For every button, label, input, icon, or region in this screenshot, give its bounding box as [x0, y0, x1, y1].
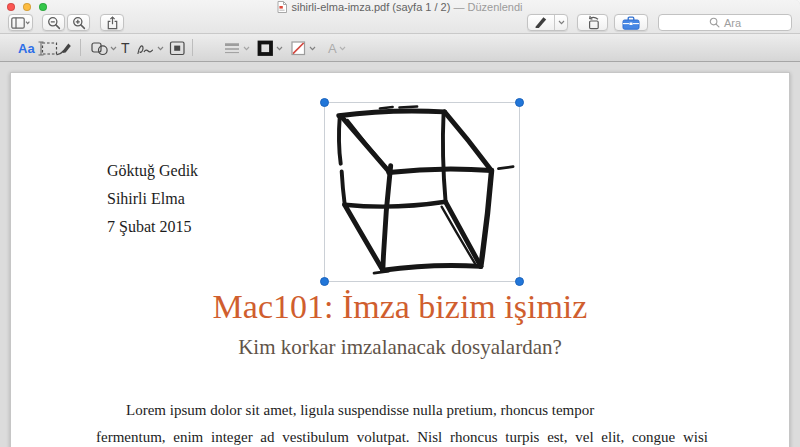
author-line: Göktuğ Gedik	[107, 157, 198, 185]
share-button[interactable]	[100, 14, 124, 31]
share-icon	[105, 16, 120, 30]
image-selection[interactable]	[324, 102, 520, 282]
text-style-button[interactable]: A	[328, 38, 346, 58]
window-chrome: sihirli-elma-imza.pdf (sayfa 1 / 2) — Dü…	[0, 0, 800, 62]
toolbar-divider	[192, 39, 193, 56]
border-color-button[interactable]	[257, 38, 283, 58]
sketch-tool[interactable]	[56, 38, 73, 58]
selection-handle-top-left[interactable]	[320, 98, 329, 107]
line-thickness-icon	[224, 41, 241, 56]
rotate-left-icon	[585, 15, 601, 30]
title-bar: sihirli-elma-imza.pdf (sayfa 1 / 2) — Dü…	[0, 0, 800, 14]
author-line: 7 Şubat 2015	[107, 213, 198, 241]
search-icon	[709, 17, 720, 28]
text-selection-label: Aa	[18, 41, 35, 56]
chevron-down-icon	[339, 46, 346, 51]
pen-chevron[interactable]	[554, 15, 567, 30]
selection-handle-top-right[interactable]	[515, 98, 524, 107]
chevron-down-icon	[110, 46, 117, 51]
text-style-label: A	[328, 41, 337, 56]
markup-toolbar-toggle-button[interactable]	[614, 14, 648, 31]
note-tool[interactable]	[169, 38, 186, 58]
toolbox-icon	[622, 16, 640, 30]
view-menu-button[interactable]	[8, 14, 33, 31]
signature-tool[interactable]	[136, 38, 164, 58]
document-viewport[interactable]: Göktuğ Gedik Sihirli Elma 7 Şubat 2015	[0, 63, 800, 447]
pdf-page: Göktuğ Gedik Sihirli Elma 7 Şubat 2015	[10, 72, 790, 447]
shapes-tool[interactable]	[91, 38, 117, 58]
markup-toolbar: Aa T	[0, 33, 800, 61]
fill-color-swatch-icon	[290, 40, 307, 56]
line-style-button[interactable]	[224, 38, 250, 58]
chevron-down-icon	[157, 46, 164, 51]
zoom-out-button[interactable]	[42, 14, 65, 31]
body-text-line: fermentum, enim integer ad vestibulum vo…	[96, 427, 708, 447]
text-tool[interactable]: T	[121, 38, 130, 58]
rotate-button[interactable]	[577, 14, 608, 31]
search-placeholder: Ara	[724, 17, 741, 29]
body-text-line: Lorem ipsum dolor sit amet, ligula suspe…	[96, 400, 708, 420]
annotate-pen-button[interactable]	[527, 14, 568, 31]
chevron-down-icon	[276, 46, 283, 51]
magnifier-plus-icon	[72, 16, 86, 30]
document-subheading: Kim korkar imzalanacak dosyalardan?	[11, 335, 789, 360]
fill-color-button[interactable]	[290, 38, 316, 58]
shapes-icon	[91, 40, 108, 56]
sidebar-icon	[9, 15, 32, 30]
magnifier-minus-icon	[47, 16, 61, 30]
toolbar-divider	[80, 39, 81, 56]
pen-icon	[528, 15, 554, 30]
note-icon	[169, 40, 186, 56]
author-block: Göktuğ Gedik Sihirli Elma 7 Şubat 2015	[107, 157, 198, 241]
document-title: sihirli-elma-imza.pdf (sayfa 1 / 2)	[291, 1, 450, 13]
preview-window: sihirli-elma-imza.pdf (sayfa 1 / 2) — Dü…	[0, 0, 800, 447]
chevron-down-icon	[243, 46, 250, 51]
main-toolbar: Ara	[0, 14, 800, 33]
search-input[interactable]: Ara	[658, 14, 792, 31]
selection-handle-bottom-left[interactable]	[320, 277, 329, 286]
document-heading: Mac101: İmza bizim işimiz	[11, 288, 789, 326]
sketch-pen-icon	[56, 41, 73, 56]
cube-sketch-image[interactable]	[327, 105, 519, 281]
chevron-down-icon	[309, 46, 316, 51]
window-title: sihirli-elma-imza.pdf (sayfa 1 / 2) — Dü…	[0, 0, 800, 14]
zoom-in-button[interactable]	[67, 14, 90, 31]
edited-status: — Düzenlendi	[453, 1, 522, 13]
text-tool-label: T	[121, 40, 130, 56]
signature-icon	[136, 41, 155, 56]
author-line: Sihirli Elma	[107, 185, 198, 213]
selection-handle-bottom-right[interactable]	[515, 277, 524, 286]
border-color-swatch-icon	[257, 40, 274, 56]
